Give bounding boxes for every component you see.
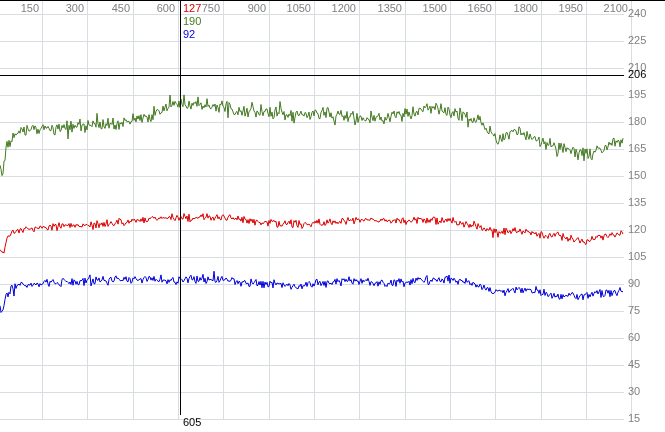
y-tick-label: 240	[628, 8, 646, 19]
x-tick-label: 450	[112, 3, 130, 14]
y-tick-label: 225	[628, 35, 646, 46]
x-tick-label: 1350	[378, 3, 402, 14]
y-tick-label: 165	[628, 143, 646, 154]
x-tick-label: 2100	[604, 3, 628, 14]
y-tick-label: 45	[628, 359, 640, 370]
y-tick-label: 150	[628, 170, 646, 181]
y-tick-label: 135	[628, 197, 646, 208]
y-tick-label: 75	[628, 305, 640, 316]
x-tick-label: 1650	[468, 3, 492, 14]
x-tick-label: 1800	[514, 3, 538, 14]
crosshair-vertical-line	[180, 0, 181, 415]
x-tick-label: 1200	[332, 3, 356, 14]
x-tick-label: 300	[66, 3, 84, 14]
y-tick-label: 60	[628, 332, 640, 343]
x-tick-label: 1050	[287, 3, 311, 14]
y-tick-label: 120	[628, 224, 646, 235]
crosshair-value-blue: 92	[183, 28, 201, 41]
y-tick-label: 30	[628, 386, 640, 397]
y-tick-label: 195	[628, 89, 646, 100]
x-tick-label: 900	[248, 3, 266, 14]
crosshair-value-green: 190	[183, 15, 201, 28]
crosshair-y-label: 206	[628, 69, 646, 80]
x-tick-label: 1950	[559, 3, 583, 14]
x-tick-label: 150	[21, 3, 39, 14]
crosshair-x-label: 605	[183, 417, 201, 428]
y-tick-label: 15	[628, 413, 640, 424]
x-tick-label: 1500	[423, 3, 447, 14]
y-tick-label: 105	[628, 251, 646, 262]
x-tick-label: 750	[202, 3, 220, 14]
top-border-line	[0, 0, 665, 1]
line-graph: 1503004506007509001050120013501500165018…	[0, 0, 665, 432]
crosshair-horizontal-line	[0, 75, 624, 76]
y-tick-label: 90	[628, 278, 640, 289]
crosshair-readouts: 127 190 92	[183, 2, 201, 41]
x-tick-label: 600	[157, 3, 175, 14]
crosshair-value-red: 127	[183, 2, 201, 15]
chart-canvas[interactable]	[0, 0, 665, 432]
y-tick-label: 180	[628, 116, 646, 127]
